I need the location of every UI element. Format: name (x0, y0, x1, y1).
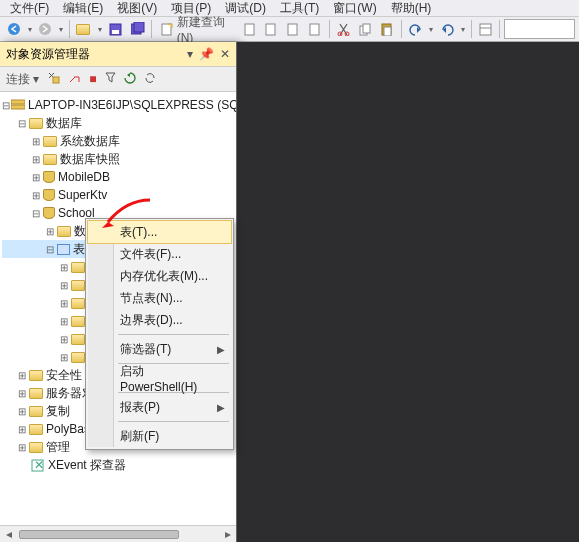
tree-snapshots-node[interactable]: ⊞数据库快照 (2, 150, 234, 168)
tree-server-node[interactable]: ⊟LAPTOP-IN3E6IJP\SQLEXPRESS (SQL Server (2, 96, 234, 114)
undo-dropdown[interactable]: ▾ (427, 25, 435, 34)
scroll-thumb[interactable] (19, 530, 179, 539)
ctx-memory-table[interactable]: 内存优化表(M)... (88, 265, 231, 287)
folder-icon (29, 442, 43, 453)
svg-rect-6 (162, 24, 171, 35)
tree-mobiledb-node[interactable]: ⊞MobileDB (2, 168, 234, 186)
stop-icon[interactable]: ■ (89, 72, 96, 86)
open-file-dropdown[interactable]: ▾ (96, 25, 104, 34)
context-menu: 表(T)... 文件表(F)... 内存优化表(M)... 节点表(N)... … (85, 218, 234, 450)
redo-dropdown[interactable]: ▾ (459, 25, 467, 34)
submenu-arrow-icon: ▶ (217, 344, 225, 355)
properties-button[interactable] (476, 18, 496, 40)
svg-rect-14 (363, 24, 370, 33)
query-type-2-button[interactable] (262, 18, 282, 40)
tree-databases-node[interactable]: ⊟数据库 (2, 114, 234, 132)
query-type-1-button[interactable] (240, 18, 260, 40)
database-icon (43, 189, 55, 201)
horizontal-scrollbar[interactable]: ◂ ▸ (0, 525, 236, 542)
folder-icon (71, 262, 85, 273)
close-icon[interactable]: ✕ (220, 47, 230, 61)
ctx-edge-table[interactable]: 边界表(D)... (88, 309, 231, 331)
submenu-arrow-icon: ▶ (217, 402, 225, 413)
menu-help[interactable]: 帮助(H) (385, 0, 438, 16)
ctx-separator (118, 421, 229, 422)
undo-button[interactable] (406, 18, 426, 40)
svg-rect-7 (245, 24, 254, 35)
disconnect-icon[interactable] (68, 71, 81, 87)
menu-edit[interactable]: 编辑(E) (57, 0, 109, 16)
folder-icon (71, 280, 85, 291)
nav-fwd-dropdown[interactable]: ▾ (57, 25, 65, 34)
pin-icon[interactable]: 📌 (199, 47, 214, 61)
svg-rect-8 (266, 24, 275, 35)
filter-icon[interactable] (105, 72, 116, 86)
tree-systemdb-node[interactable]: ⊞系统数据库 (2, 132, 234, 150)
folder-icon (71, 298, 85, 309)
ctx-file-table[interactable]: 文件表(F)... (88, 243, 231, 265)
database-icon (43, 207, 55, 219)
svg-rect-16 (384, 27, 391, 36)
query-type-4-button[interactable] (305, 18, 325, 40)
folder-icon (71, 352, 85, 363)
new-query-label: 新建查询(N) (177, 14, 234, 45)
folder-icon (43, 154, 57, 165)
table-icon (57, 244, 70, 255)
save-all-button[interactable] (128, 18, 148, 40)
folder-icon (57, 226, 71, 237)
ctx-refresh[interactable]: 刷新(F) (88, 425, 231, 447)
database-icon (43, 171, 55, 183)
copy-button[interactable] (355, 18, 375, 40)
paste-button[interactable] (377, 18, 397, 40)
svg-point-0 (8, 23, 20, 35)
redo-button[interactable] (437, 18, 457, 40)
refresh-icon[interactable] (124, 72, 136, 87)
scroll-left-icon[interactable]: ◂ (0, 527, 17, 542)
connect-icon[interactable] (47, 71, 60, 87)
folder-icon (29, 370, 43, 381)
folder-icon (71, 316, 85, 327)
folder-icon (43, 136, 57, 147)
ctx-node-table[interactable]: 节点表(N)... (88, 287, 231, 309)
nav-fwd-button[interactable] (36, 18, 56, 40)
panel-menu-icon[interactable]: ▾ (187, 47, 193, 61)
menu-tools[interactable]: 工具(T) (274, 0, 325, 16)
panel-title-text: 对象资源管理器 (6, 46, 90, 63)
svg-rect-10 (310, 24, 319, 35)
panel-toolbar: 连接 ▾ ■ (0, 66, 236, 92)
folder-icon (29, 388, 43, 399)
scroll-right-icon[interactable]: ▸ (219, 527, 236, 542)
ctx-filter[interactable]: 筛选器(T)▶ (88, 338, 231, 360)
folder-icon (71, 334, 85, 345)
tree-superktv-node[interactable]: ⊞SuperKtv (2, 186, 234, 204)
menu-view[interactable]: 视图(V) (111, 0, 163, 16)
svg-rect-9 (288, 24, 297, 35)
cut-button[interactable] (334, 18, 354, 40)
open-file-button[interactable] (74, 18, 94, 40)
folder-icon (29, 424, 43, 435)
menu-window[interactable]: 窗口(W) (327, 0, 382, 16)
nav-back-dropdown[interactable]: ▾ (26, 25, 34, 34)
ctx-reports[interactable]: 报表(P)▶ (88, 396, 231, 418)
ctx-new-table[interactable]: 表(T)... (88, 221, 231, 243)
menu-file[interactable]: 文件(F) (4, 0, 55, 16)
server-label: LAPTOP-IN3E6IJP\SQLEXPRESS (SQL Server (28, 98, 236, 112)
query-type-3-button[interactable] (284, 18, 304, 40)
connect-button[interactable]: 连接 ▾ (6, 71, 39, 88)
svg-rect-19 (53, 77, 59, 83)
svg-rect-20 (11, 100, 25, 104)
sync-icon[interactable] (144, 72, 156, 87)
panel-titlebar: 对象资源管理器 ▾ 📌 ✕ (0, 42, 236, 66)
toolbar-combo[interactable] (504, 19, 575, 39)
tree-xevent-node[interactable]: ·✕XEvent 探查器 (2, 456, 234, 474)
xevent-icon: ✕ (29, 458, 45, 472)
save-button[interactable] (106, 18, 126, 40)
server-icon (11, 98, 25, 112)
svg-rect-21 (11, 105, 25, 109)
ctx-powershell[interactable]: 启动 PowerShell(H) (88, 367, 231, 389)
new-query-button[interactable]: 新建查询(N) (156, 18, 238, 40)
menubar: 文件(F) 编辑(E) 视图(V) 项目(P) 调试(D) 工具(T) 窗口(W… (0, 0, 579, 16)
toolbar: ▾ ▾ ▾ 新建查询(N) ▾ ▾ (0, 16, 579, 42)
svg-text:✕: ✕ (34, 459, 44, 472)
nav-back-button[interactable] (4, 18, 24, 40)
